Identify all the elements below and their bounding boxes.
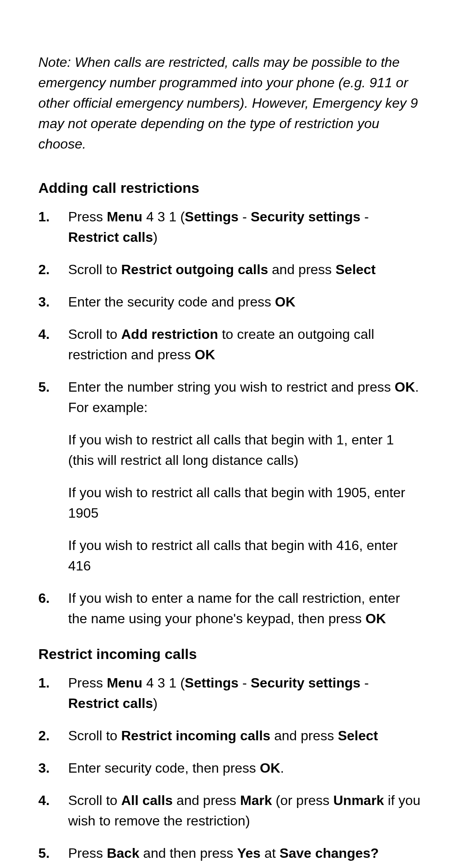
bold: All calls bbox=[121, 793, 172, 808]
bold: Add restriction bbox=[121, 327, 218, 342]
text: - bbox=[239, 209, 250, 224]
step-item: Enter security code, then press OK. bbox=[38, 758, 422, 778]
document-page: Note: When calls are restricted, calls m… bbox=[0, 0, 460, 868]
step-item: Press Back and then press Yes at Save ch… bbox=[38, 843, 422, 863]
text: - bbox=[239, 675, 250, 690]
text: and press bbox=[268, 262, 335, 277]
bold: OK bbox=[395, 379, 415, 395]
bold: OK bbox=[365, 611, 386, 626]
bold: Mark bbox=[240, 793, 272, 808]
section-title-adding: Adding call restrictions bbox=[38, 180, 422, 196]
text: ) bbox=[153, 696, 158, 711]
bold: Save changes? bbox=[279, 845, 379, 861]
bold: Restrict outgoing calls bbox=[121, 262, 268, 277]
text: Scroll to bbox=[68, 728, 121, 743]
text: Enter the number string you wish to rest… bbox=[68, 379, 395, 395]
step-item: Press Menu 4 3 1 (Settings - Security se… bbox=[38, 206, 422, 247]
text: . bbox=[280, 760, 284, 776]
text: (or press bbox=[272, 793, 333, 808]
bold: Security settings bbox=[251, 675, 361, 690]
steps-incoming: Press Menu 4 3 1 (Settings - Security se… bbox=[38, 673, 422, 863]
text: and press bbox=[270, 728, 338, 743]
step-item: Enter the security code and press OK bbox=[38, 292, 422, 312]
bold: Menu bbox=[107, 675, 143, 690]
bold: Yes bbox=[237, 845, 261, 861]
text: 4 3 1 ( bbox=[142, 209, 185, 224]
step-item: Scroll to Restrict incoming calls and pr… bbox=[38, 725, 422, 746]
text: Scroll to bbox=[68, 262, 121, 277]
text: Enter security code, then press bbox=[68, 760, 260, 776]
bold: Restrict calls bbox=[68, 229, 153, 245]
text: Press bbox=[68, 209, 107, 224]
step-item: Scroll to Add restriction to create an o… bbox=[38, 324, 422, 365]
text: and press bbox=[172, 793, 240, 808]
bold: Settings bbox=[185, 675, 239, 690]
text: - bbox=[360, 675, 369, 690]
step-item: Scroll to Restrict outgoing calls and pr… bbox=[38, 259, 422, 280]
step-item: Enter the number string you wish to rest… bbox=[38, 377, 422, 576]
note-paragraph: Note: When calls are restricted, calls m… bbox=[38, 52, 422, 154]
text: Scroll to bbox=[68, 793, 121, 808]
bold: Settings bbox=[185, 209, 239, 224]
sub-paragraph: If you wish to restrict all calls that b… bbox=[68, 535, 422, 576]
text: Press bbox=[68, 675, 107, 690]
bold: OK bbox=[275, 294, 296, 309]
text: 4 3 1 ( bbox=[142, 675, 185, 690]
step-item: Scroll to All calls and press Mark (or p… bbox=[38, 790, 422, 831]
text: Scroll to bbox=[68, 327, 121, 342]
text: ) bbox=[153, 229, 158, 245]
section-title-incoming: Restrict incoming calls bbox=[38, 646, 422, 662]
bold: Security settings bbox=[251, 209, 361, 224]
bold: Back bbox=[107, 845, 140, 861]
sub-paragraph: If you wish to restrict all calls that b… bbox=[68, 482, 422, 523]
text: If you wish to enter a name for the call… bbox=[68, 590, 400, 626]
bold: OK bbox=[195, 347, 215, 362]
bold: Menu bbox=[107, 209, 143, 224]
bold: Select bbox=[338, 728, 378, 743]
text: and then press bbox=[139, 845, 237, 861]
step-item: If you wish to enter a name for the call… bbox=[38, 588, 422, 629]
steps-adding: Press Menu 4 3 1 (Settings - Security se… bbox=[38, 206, 422, 629]
text: - bbox=[360, 209, 369, 224]
bold: Unmark bbox=[333, 793, 384, 808]
text: Enter the security code and press bbox=[68, 294, 275, 309]
bold: Restrict calls bbox=[68, 696, 153, 711]
step-item: Press Menu 4 3 1 (Settings - Security se… bbox=[38, 673, 422, 713]
bold: Select bbox=[336, 262, 376, 277]
bold: OK bbox=[260, 760, 280, 776]
sub-paragraph: If you wish to restrict all calls that b… bbox=[68, 430, 422, 470]
bold: Restrict incoming calls bbox=[121, 728, 270, 743]
text: at bbox=[261, 845, 279, 861]
text: Press bbox=[68, 845, 107, 861]
